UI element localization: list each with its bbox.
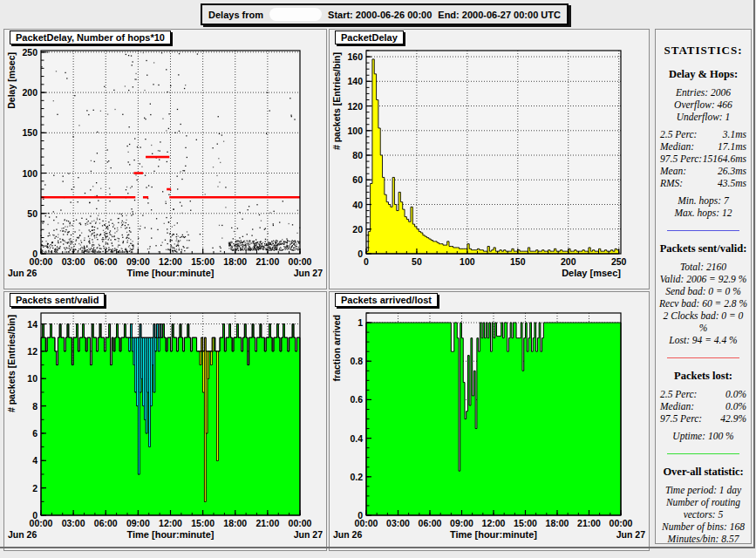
- svg-text:15:00: 15:00: [191, 256, 215, 267]
- svg-text:80: 80: [352, 150, 363, 160]
- stats-line: Valid: 2006 = 92.9 %: [659, 273, 747, 285]
- stats-block: Min. hops: 7Max. hops: 12: [659, 194, 747, 219]
- stats-block: Uptime: 100 %: [659, 430, 747, 442]
- svg-text:Jun 27: Jun 27: [294, 529, 323, 540]
- svg-text:Delay [msec]: Delay [msec]: [6, 52, 17, 109]
- svg-text:Jun 26: Jun 26: [8, 529, 37, 540]
- chart-title-packetdelay-hops: PacketDelay, Number of hops*10: [10, 31, 171, 44]
- y-tick-labels: 020406080100120140160: [347, 51, 363, 259]
- stats-row-label: 97.5 Perc:: [660, 412, 702, 425]
- stats-row: RMS:43.5ms: [659, 177, 747, 189]
- stats-line: Uptime: 100 %: [659, 430, 747, 442]
- stats-row-label: Median:: [660, 140, 694, 153]
- stats-line: 2 Clocks bad: 0 = 0 %: [659, 310, 747, 334]
- svg-text:0.4: 0.4: [350, 433, 363, 444]
- svg-text:120: 120: [347, 101, 363, 112]
- svg-text:18:00: 18:00: [223, 256, 247, 267]
- valid-histogram: [41, 324, 300, 515]
- chart-title-packets-sent-valid: Packets sent/valid: [10, 293, 105, 307]
- stats-line: Lost: 94 = 4.4 %: [659, 334, 747, 346]
- svg-text:15:00: 15:00: [514, 518, 537, 528]
- stats-line: Underflow: 1: [659, 111, 747, 123]
- svg-text:0.6: 0.6: [350, 394, 363, 405]
- delay-scatter-chart: 00:0003:0006:0009:0012:0015:0018:0021:00…: [4, 30, 326, 289]
- svg-text:21:00: 21:00: [255, 518, 279, 528]
- stats-row-label: RMS:: [660, 177, 683, 189]
- svg-text:21:00: 21:00: [577, 518, 601, 528]
- svg-text:09:00: 09:00: [126, 518, 150, 528]
- stats-row-value: 3.1ms: [723, 128, 746, 140]
- page-root: Delays from Start: 2000-06-26 00:00 End:…: [0, 0, 756, 558]
- svg-text:0: 0: [32, 248, 37, 259]
- svg-text:Jun 26: Jun 26: [8, 268, 37, 278]
- stats-block: 2.5 Perc:3.1msMedian:17.1ms97.5 Perc:151…: [659, 128, 747, 189]
- svg-text:10: 10: [27, 373, 37, 384]
- stats-row: 97.5 Perc:42.9%: [659, 412, 747, 425]
- stats-row-label: Mean:: [660, 165, 686, 177]
- statistics-panel: STATISTICS: Delay & Hops:Entries: 2006Ov…: [655, 29, 752, 544]
- svg-text:40: 40: [352, 200, 363, 210]
- header-end-label: End: 2000-06-27 00:00 UTC: [438, 10, 561, 20]
- stats-row: Median:0.0%: [659, 400, 747, 412]
- svg-text:50: 50: [27, 208, 37, 219]
- stats-line: Minutes/bin: 8.57: [659, 533, 747, 545]
- svg-text:12:00: 12:00: [482, 518, 506, 528]
- panel-packets-arrived-lost: Packets arrived/lost 00:0003:0006:0009:0…: [329, 291, 650, 551]
- svg-text:0: 0: [358, 248, 363, 259]
- x-tick-labels: 050100150200250: [364, 256, 627, 267]
- statistics-title: STATISTICS:: [659, 44, 747, 58]
- svg-text:0: 0: [32, 510, 37, 521]
- svg-text:160: 160: [347, 51, 363, 62]
- svg-text:Delay [msec]: Delay [msec]: [562, 268, 621, 278]
- svg-text:fraction arrived: fraction arrived: [331, 315, 342, 381]
- svg-text:100: 100: [460, 256, 475, 267]
- svg-text:18:00: 18:00: [223, 518, 247, 528]
- svg-text:12:00: 12:00: [159, 518, 182, 528]
- stats-row-label: 97.5 Perc:: [660, 153, 702, 165]
- svg-text:12: 12: [27, 346, 37, 357]
- stats-row-value: 0.0%: [725, 388, 746, 400]
- svg-text:150: 150: [22, 127, 37, 138]
- svg-text:250: 250: [22, 47, 37, 58]
- svg-text:Jun 27: Jun 27: [294, 268, 323, 278]
- svg-text:Time [hour:minute]: Time [hour:minute]: [126, 529, 214, 540]
- svg-text:# packets [Entries/bin]: # packets [Entries/bin]: [331, 52, 342, 150]
- delay-histogram-chart: 050100150200250020406080100120140160Dela…: [330, 30, 649, 289]
- stats-row-value: 42.9%: [720, 412, 746, 425]
- svg-text:00:00: 00:00: [610, 518, 633, 528]
- redacted-host-blob: [269, 8, 322, 21]
- stats-divider: [667, 453, 739, 454]
- stats-line: Number of bins: 168: [659, 521, 747, 533]
- packets-arrived-lost-chart: 00:0003:0006:0009:0012:0015:0018:0021:00…: [330, 292, 649, 550]
- svg-text:18:00: 18:00: [546, 518, 569, 528]
- svg-text:50: 50: [412, 256, 422, 267]
- stats-block: Entries: 2006Overflow: 466Underflow: 1: [659, 86, 747, 123]
- x-tick-labels: 00:0003:0006:0009:0012:0015:0018:0021:00…: [30, 518, 312, 528]
- stats-row-label: 2.5 Perc:: [660, 128, 697, 140]
- stats-row-value: 26.3ms: [718, 165, 746, 177]
- svg-text:06:00: 06:00: [419, 518, 442, 528]
- stats-row-value: 17.1ms: [718, 140, 746, 153]
- svg-text:20: 20: [352, 224, 363, 235]
- stats-row-value: 0.0%: [725, 400, 746, 412]
- svg-text:8: 8: [32, 401, 37, 412]
- stats-divider: [667, 357, 739, 358]
- svg-text:0: 0: [358, 510, 363, 521]
- stats-row-label: 2.5 Perc:: [660, 388, 697, 400]
- svg-text:150: 150: [510, 256, 526, 267]
- svg-text:100: 100: [347, 126, 363, 136]
- stats-line: Overflow: 466: [659, 99, 747, 111]
- panel-packets-sent-valid: Packets sent/valid 00:0003:0006:0009:001…: [3, 291, 327, 551]
- stats-row: Median:17.1ms: [659, 140, 747, 153]
- panel-packetdelay-histogram: PacketDelay 0501001502002500204060801001…: [329, 29, 650, 289]
- x-tick-labels: 00:0003:0006:0009:0012:0015:0018:0021:00…: [355, 518, 633, 528]
- svg-text:Time [hour:minute]: Time [hour:minute]: [450, 529, 537, 540]
- svg-text:09:00: 09:00: [450, 518, 473, 528]
- svg-text:250: 250: [611, 256, 627, 267]
- stats-block: 2.5 Perc:0.0%Median:0.0%97.5 Perc:42.9%: [659, 388, 747, 425]
- svg-text:00:00: 00:00: [289, 518, 312, 528]
- stats-line: Entries: 2006: [659, 86, 747, 99]
- svg-text:1: 1: [358, 317, 363, 328]
- svg-text:06:00: 06:00: [94, 518, 118, 528]
- stats-row: 2.5 Perc:0.0%: [659, 388, 747, 400]
